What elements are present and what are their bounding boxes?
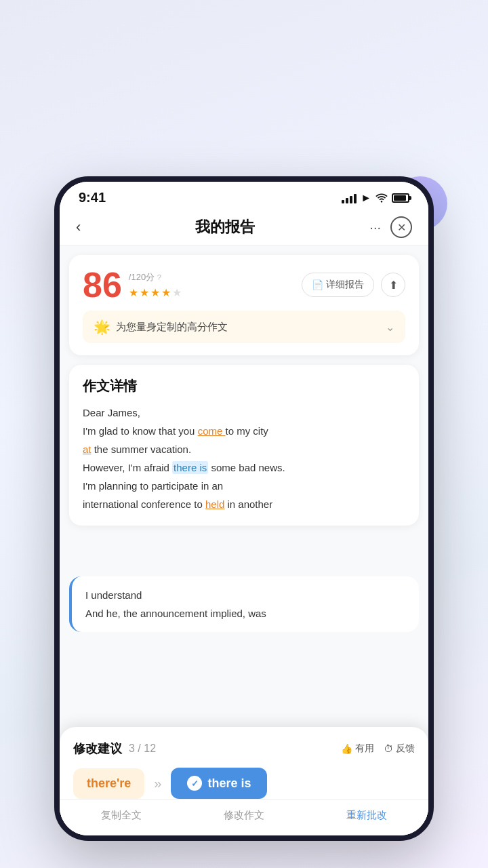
score-top: 86 /120分 ? ★ ★ ★ ★ ★ 📄 <box>83 267 405 302</box>
chevron-down-icon: ⌄ <box>386 321 394 334</box>
upload-icon: ⬆ <box>389 279 398 292</box>
essay-text: Dear James, I'm glad to know that you co… <box>83 403 405 513</box>
score-max: /120分 ? <box>129 271 182 283</box>
star-5: ★ <box>172 286 182 299</box>
signal-icon <box>342 193 357 203</box>
report-button[interactable]: 📄 详细报告 <box>302 273 374 297</box>
at-highlight: at <box>83 443 92 455</box>
behind-panel-content: I understand And he, the announcement im… <box>69 576 419 632</box>
battery-icon <box>392 193 409 203</box>
edit-button[interactable]: 修改作文 <box>224 809 264 822</box>
original-word: there're <box>73 768 144 799</box>
nav-actions: ··· ✕ <box>369 216 412 238</box>
nav-bar: ‹ 我的报告 ··· ✕ <box>60 210 428 245</box>
score-meta: /120分 ? ★ ★ ★ ★ ★ <box>129 271 182 299</box>
check-icon: ✓ <box>187 776 202 791</box>
suggestions-actions: 👍 有用 ⏱ 反馈 <box>341 743 415 755</box>
essay-section: 作文详情 Dear James, I'm glad to know that y… <box>69 365 419 526</box>
clock-icon: ⏱ <box>384 743 393 754</box>
nav-title: 我的报告 <box>195 217 255 237</box>
star-2: ★ <box>140 286 149 299</box>
score-left: 86 /120分 ? ★ ★ ★ ★ ★ <box>83 267 182 302</box>
score-actions: 📄 详细报告 ⬆ <box>302 273 405 297</box>
star-1: ★ <box>129 286 138 299</box>
helpful-button[interactable]: 👍 有用 <box>341 743 374 755</box>
report-label: 详细报告 <box>326 279 364 291</box>
custom-banner-text: 为您量身定制的高分作文 <box>116 321 228 334</box>
suggestions-count: 3 / 12 <box>129 743 156 755</box>
held-highlight: held <box>205 498 224 510</box>
essay-line-4: However, I'm afraid there is some bad ne… <box>83 458 405 477</box>
corrected-word: ✓ there is <box>171 768 267 799</box>
corrected-text: there is <box>207 776 251 791</box>
essay-line-3: at the summer vacation. <box>83 440 405 458</box>
back-button[interactable]: ‹ <box>76 218 81 236</box>
status-bar: 9:41 ►︎ <box>60 182 428 210</box>
feedback-button[interactable]: ⏱ 反馈 <box>384 743 415 755</box>
phone-screen: 9:41 ►︎ <box>60 182 428 835</box>
come-highlight: come <box>198 425 226 437</box>
score-card: 86 /120分 ? ★ ★ ★ ★ ★ 📄 <box>69 255 419 355</box>
score-stars: ★ ★ ★ ★ ★ <box>129 286 182 299</box>
suggestions-panel: 修改建议 3 / 12 👍 有用 ⏱ 反馈 there're » <box>60 727 428 835</box>
phone-mockup: 9:41 ►︎ <box>54 176 434 841</box>
suggestions-title-area: 修改建议 3 / 12 <box>73 741 156 757</box>
score-number: 86 <box>83 267 122 302</box>
coin-icon: 🌟 <box>94 319 110 335</box>
custom-banner-left: 🌟 为您量身定制的高分作文 <box>94 319 228 335</box>
essay-line-2: I'm glad to know that you come to my cit… <box>83 422 405 440</box>
star-3: ★ <box>150 286 160 299</box>
thumbs-up-icon: 👍 <box>341 743 352 754</box>
recheck-button[interactable]: 重新批改 <box>346 809 387 822</box>
bottom-toolbar: 复制全文 修改作文 重新批改 <box>60 799 428 835</box>
wifi-icon: ►︎ <box>361 192 371 204</box>
close-button[interactable]: ✕ <box>390 216 412 238</box>
behind-line-1: I understand <box>85 586 405 604</box>
suggestions-label: 修改建议 <box>73 741 122 757</box>
behind-line-2: And he, the announcement implied, was <box>85 604 405 623</box>
close-icon: ✕ <box>397 221 406 234</box>
more-button[interactable]: ··· <box>369 220 381 235</box>
wifi-symbol-icon <box>375 193 388 203</box>
essay-line-5: I'm planning to participate in an <box>83 477 405 495</box>
there-is-highlight: there is <box>172 461 208 474</box>
report-icon: 📄 <box>312 279 323 290</box>
custom-banner[interactable]: 🌟 为您量身定制的高分作文 ⌄ <box>83 311 405 343</box>
suggestions-header: 修改建议 3 / 12 👍 有用 ⏱ 反馈 <box>73 741 415 757</box>
status-time: 9:41 <box>79 190 106 205</box>
copy-button[interactable]: 复制全文 <box>101 809 142 822</box>
feedback-label: 反馈 <box>396 743 415 755</box>
essay-line-1: Dear James, <box>83 403 405 422</box>
star-4: ★ <box>161 286 171 299</box>
essay-section-title: 作文详情 <box>83 377 405 395</box>
arrow-right-icon: » <box>154 776 161 791</box>
correction-row: there're » ✓ there is <box>73 768 415 799</box>
helpful-label: 有用 <box>355 743 374 755</box>
upload-button[interactable]: ⬆ <box>381 273 405 297</box>
status-icons: ►︎ <box>342 192 409 204</box>
essay-line-6: international conference to held in anot… <box>83 495 405 513</box>
